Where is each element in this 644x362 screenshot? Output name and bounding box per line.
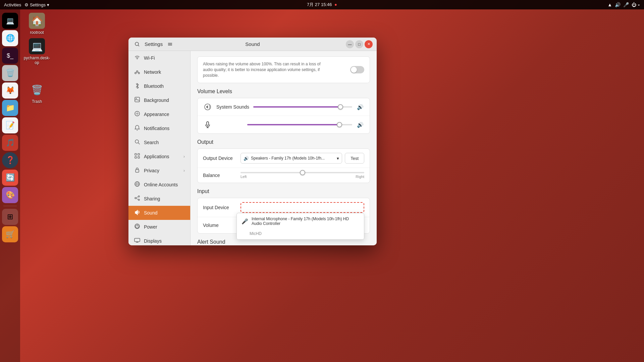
sidebar-item-online-accounts[interactable]: Online Accounts (128, 178, 190, 192)
volume-icon[interactable]: 🔊 (615, 2, 621, 7)
sidebar-search-label: Search (144, 140, 159, 145)
svg-rect-4 (168, 45, 172, 46)
window-settings-label: Settings (145, 41, 163, 47)
system-sounds-slider[interactable] (253, 106, 352, 108)
dock-item-software[interactable]: 🔄 (2, 170, 18, 186)
desktop-icon-pycharm-label: pycharm.desk-op (24, 56, 50, 65)
settings-menu-label[interactable]: ⚙ Settings ▾ (24, 2, 49, 7)
sidebar-appearance-label: Appearance (144, 112, 169, 117)
applications-sidebar-icon (134, 153, 141, 160)
mic-slider[interactable] (247, 124, 352, 125)
input-device-row: Input Device 🎤 Internal Microphone - Fam… (198, 198, 370, 217)
close-button[interactable]: ✕ (365, 40, 373, 48)
sidebar-item-wifi[interactable]: Wi-Fi (128, 51, 190, 65)
svg-point-25 (138, 199, 140, 200)
over-amplification-toggle[interactable] (350, 66, 364, 73)
svg-point-11 (136, 98, 137, 99)
desktop-icon-pycharm[interactable]: 💻 pycharm.desk-op (23, 38, 50, 65)
over-amplification-text: Allows raising the volume above 100%. Th… (203, 61, 330, 78)
dock-item-texteditor[interactable]: 📝 (2, 117, 18, 133)
sidebar-item-network[interactable]: Network (128, 65, 190, 79)
background-sidebar-icon (134, 97, 141, 104)
sidebar-sound-label: Sound (144, 210, 157, 216)
window-title: Sound (245, 41, 260, 47)
power-taskbar-icon[interactable]: ⏻ ▾ (632, 2, 640, 7)
sidebar-item-bluetooth[interactable]: Bluetooth (128, 79, 190, 93)
mic-icon (203, 120, 212, 129)
svg-rect-10 (135, 97, 140, 102)
online-accounts-sidebar-icon (134, 181, 141, 188)
input-device-dropdown[interactable] (240, 202, 364, 213)
svg-point-23 (138, 196, 140, 197)
maximize-button[interactable]: □ (355, 40, 363, 48)
sidebar-online-accounts-label: Online Accounts (144, 182, 178, 187)
search-button[interactable] (132, 40, 142, 49)
dock-item-chrome[interactable]: 🌐 (2, 30, 18, 46)
dock-item-firefox[interactable]: 🦊 (2, 82, 18, 99)
sidebar-power-label: Power (144, 224, 157, 230)
balance-row: Balance Left Right (198, 168, 370, 183)
svg-point-24 (135, 197, 136, 199)
output-device-label: Output Device (203, 156, 236, 161)
taskbar-left: Activities ⚙ Settings ▾ (4, 2, 49, 7)
sidebar-wifi-label: Wi-Fi (144, 55, 155, 61)
sidebar-item-sound[interactable]: Sound (128, 206, 190, 220)
output-header: Output (197, 139, 370, 145)
over-amplification-notice: Allows raising the volume above 100%. Th… (197, 56, 370, 83)
desktop-icon-trash[interactable]: 🗑️ Trash (23, 82, 50, 104)
svg-rect-5 (135, 72, 136, 74)
test-button[interactable]: Test (345, 153, 364, 164)
sidebar-item-notifications[interactable]: Notifications (128, 121, 190, 135)
mic-volume-icon[interactable]: 🔊 (356, 121, 364, 129)
sidebar-item-privacy[interactable]: Privacy › (128, 164, 190, 178)
desktop-icon-rootroot[interactable]: 🏠 rootroot (23, 13, 50, 35)
dock-item-help[interactable]: ❓ (2, 152, 18, 168)
menu-button[interactable] (165, 40, 175, 49)
dock-item-basket[interactable]: 🛒 (2, 226, 18, 242)
main-content: Allows raising the volume above 100%. Th… (191, 51, 377, 245)
balance-slider[interactable]: Left Right (240, 172, 364, 179)
title-bar-right: — □ ✕ (346, 40, 373, 48)
bluetooth-sidebar-icon (134, 82, 141, 90)
sidebar-item-displays[interactable]: Displays (128, 234, 190, 245)
dropdown-item-sub: MicHD (237, 229, 364, 239)
balance-right-label: Right (356, 175, 364, 179)
sidebar-item-search[interactable]: Search (128, 135, 190, 149)
svg-line-27 (136, 198, 138, 199)
dock-item-terminal[interactable]: $_ (2, 48, 18, 64)
sidebar-item-appearance[interactable]: Appearance (128, 107, 190, 121)
dock-item-pycharm[interactable]: 💻 (2, 13, 18, 29)
sidebar-item-applications[interactable]: Applications › (128, 149, 190, 164)
dropdown-item-label: Internal Microphone - Family 17h (Models… (252, 217, 359, 226)
svg-rect-42 (207, 122, 209, 125)
output-device-dropdown[interactable]: 🔊 Speakers - Family 17h (Models 10h-1fh.… (240, 153, 342, 164)
sidebar-item-sharing[interactable]: Sharing (128, 192, 190, 206)
minimize-button[interactable]: — (346, 40, 354, 48)
dropdown-item-internal-mic[interactable]: 🎤 Internal Microphone - Family 17h (Mode… (237, 213, 364, 229)
sidebar-item-power[interactable]: Power (128, 220, 190, 234)
sidebar-background-label: Background (144, 98, 169, 103)
sidebar-item-background[interactable]: Background (128, 93, 190, 107)
system-sounds-label: System Sounds (216, 104, 249, 110)
dock-item-grid[interactable]: ⊞ (2, 209, 18, 225)
device-select: 🔊 Speakers - Family 17h (Models 10h-1fh.… (240, 153, 364, 164)
system-sounds-icon (203, 102, 212, 112)
dock-item-files[interactable]: 📁 (2, 100, 18, 116)
svg-rect-16 (138, 154, 140, 155)
volume-levels-card: System Sounds 🔊 (197, 98, 370, 134)
sound-content: Allows raising the volume above 100%. Th… (191, 51, 377, 245)
dock-item-trash[interactable]: 🗑️ (2, 65, 18, 81)
svg-rect-19 (136, 170, 139, 172)
dock-item-music[interactable]: 🎵 (2, 135, 18, 151)
svg-rect-6 (137, 71, 138, 72)
dock-item-color[interactable]: 🎨 (2, 187, 18, 203)
privacy-sidebar-icon (134, 167, 141, 174)
search-sidebar-icon (134, 139, 141, 146)
mic-taskbar-icon[interactable]: 🎤 (623, 2, 629, 7)
sidebar-network-label: Network (144, 69, 161, 75)
settings-window: Settings Sound — □ ✕ Wi-Fi (128, 38, 377, 245)
activities-label[interactable]: Activities (4, 2, 21, 7)
sharing-sidebar-icon (134, 195, 141, 202)
displays-sidebar-icon (134, 237, 141, 245)
system-sounds-volume-icon[interactable]: 🔊 (356, 103, 364, 111)
